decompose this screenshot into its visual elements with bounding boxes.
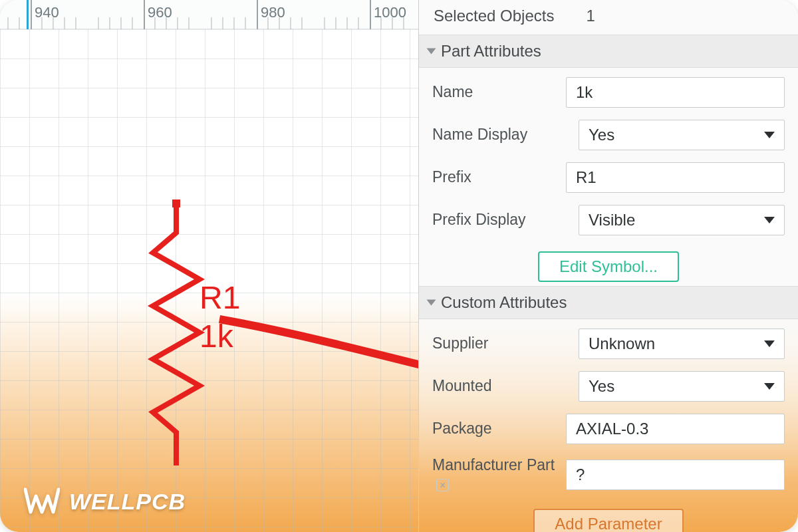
part-attributes-header[interactable]: Part Attributes	[419, 35, 798, 68]
ruler-label: 980	[261, 4, 285, 21]
chevron-down-icon	[764, 340, 775, 347]
ruler-label: 940	[35, 4, 59, 21]
chevron-down-icon	[764, 383, 775, 390]
chevron-down-icon	[764, 132, 775, 138]
ruler-major-tick	[31, 0, 32, 29]
selected-objects-count: 1	[586, 7, 595, 25]
manufacturer-part-label: Manufacturer Part ×	[432, 456, 566, 493]
wellpcb-logo-icon	[24, 487, 60, 516]
select-value: Unknown	[589, 334, 655, 353]
prefix-display-label: Prefix Display	[432, 211, 579, 229]
name-label: Name	[432, 83, 566, 102]
select-value: Visible	[589, 211, 635, 229]
chevron-down-icon	[764, 217, 775, 223]
prefix-label: Prefix	[432, 168, 566, 187]
mounted-label: Mounted	[432, 377, 579, 396]
watermark-text: WELLPCB	[69, 489, 186, 515]
ruler-label: 960	[148, 4, 172, 21]
ruler-major-tick	[370, 0, 371, 29]
manufacturer-part-input[interactable]	[566, 460, 785, 490]
ruler-ticks	[0, 0, 418, 29]
manufacturer-part-text: Manufacturer Part	[432, 456, 555, 473]
select-value: Yes	[589, 126, 614, 144]
package-label: Package	[432, 420, 566, 438]
supplier-label: Supplier	[432, 334, 579, 353]
properties-panel: Selected Objects 1 Part Attributes Name …	[419, 0, 798, 532]
package-input[interactable]	[566, 414, 785, 444]
supplier-select[interactable]: Unknown	[579, 329, 785, 359]
ruler-label: 1000	[374, 4, 406, 21]
add-parameter-button[interactable]: Add Parameter	[533, 509, 683, 532]
app-frame: 940 960 980 1000 R1 1k WELLPCB	[0, 0, 798, 532]
part-attributes-form: Name Name Display Yes Prefix Prefix Disp…	[419, 68, 798, 286]
collapse-icon	[427, 49, 436, 55]
select-value: Yes	[589, 377, 614, 396]
selection-info: Selected Objects 1	[419, 0, 798, 35]
name-display-select[interactable]: Yes	[579, 120, 785, 150]
edit-symbol-button[interactable]: Edit Symbol...	[538, 251, 679, 282]
name-input[interactable]	[566, 77, 785, 108]
ruler-cursor-marker	[27, 0, 29, 29]
collapse-icon	[427, 300, 436, 306]
prefix-display-select[interactable]: Visible	[579, 205, 785, 235]
horizontal-ruler: 940 960 980 1000	[0, 0, 418, 29]
resistor-component[interactable]	[123, 200, 269, 479]
prefix-input[interactable]	[566, 162, 785, 193]
name-display-label: Name Display	[432, 126, 579, 144]
section-title: Part Attributes	[441, 42, 541, 61]
svg-rect-29	[172, 200, 180, 207]
schematic-canvas-pane: 940 960 980 1000 R1 1k WELLPCB	[0, 0, 419, 532]
component-prefix-label[interactable]: R1	[200, 279, 240, 316]
section-title: Custom Attributes	[441, 293, 567, 312]
custom-attributes-form: Supplier Unknown Mounted Yes Package	[419, 319, 798, 532]
ruler-major-tick	[144, 0, 145, 29]
clear-icon[interactable]: ×	[436, 479, 449, 491]
ruler-major-tick	[257, 0, 258, 29]
component-value-label[interactable]: 1k	[200, 318, 233, 354]
mounted-select[interactable]: Yes	[579, 371, 785, 402]
watermark: WELLPCB	[24, 487, 186, 516]
custom-attributes-header[interactable]: Custom Attributes	[419, 286, 798, 319]
selected-objects-label: Selected Objects	[434, 7, 554, 25]
